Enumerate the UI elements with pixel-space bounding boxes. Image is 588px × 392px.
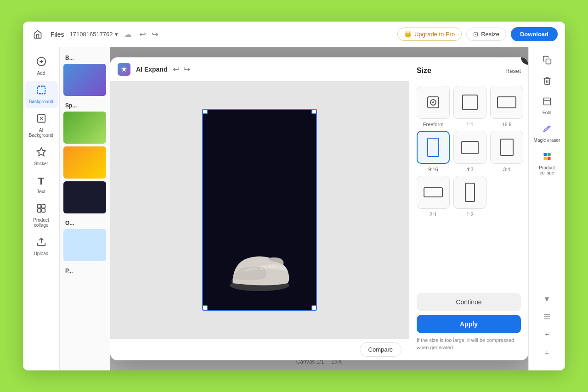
undo-button[interactable]: ↩: [137, 28, 148, 41]
ai-expand-modal: AI Expand ↩ ↪: [110, 57, 528, 360]
size-label-3-4: 3:4: [503, 167, 510, 172]
files-button[interactable]: Files: [51, 31, 64, 38]
16-9-icon: [497, 96, 516, 108]
modal-toolbar: AI Expand ↩ ↪: [110, 57, 409, 81]
modal-close-button[interactable]: ✕: [521, 57, 528, 65]
add-icon: [36, 56, 46, 69]
sidebar-item-ai-background[interactable]: AI Background: [25, 110, 58, 141]
right-panel-item-settings[interactable]: [531, 310, 563, 324]
size-option-freeform[interactable]: Freeform: [417, 86, 450, 127]
sidebar-item-upload[interactable]: Upload: [25, 233, 58, 260]
size-box-3-4[interactable]: [490, 131, 523, 164]
right-panel-item-product-collage[interactable]: Product collage: [531, 149, 563, 178]
cloud-icon: ☁: [124, 29, 132, 39]
size-title: Size: [417, 67, 431, 75]
modal-redo-button[interactable]: ↪: [183, 64, 190, 74]
chevron-down-icon: ▼: [543, 295, 551, 303]
right-panel-item-fold[interactable]: Fold: [531, 94, 563, 118]
home-button[interactable]: [30, 27, 45, 42]
text-icon: T: [38, 175, 44, 187]
ai-background-icon: [36, 113, 46, 126]
corner-handle-bl[interactable]: [202, 305, 208, 311]
9-16-icon: [427, 138, 439, 157]
thumbnail-1[interactable]: [63, 64, 106, 96]
reset-button[interactable]: Reset: [505, 67, 521, 74]
right-panel-item-copy[interactable]: [531, 53, 563, 70]
size-box-9-16[interactable]: [417, 131, 450, 164]
sidebar-item-sticker[interactable]: Sticker: [25, 143, 58, 170]
size-label-2-1: 2:1: [430, 212, 436, 217]
sidebar-item-collage-label: Product collage: [27, 218, 56, 228]
modal-undo-button[interactable]: ↩: [173, 64, 180, 74]
ai-expand-logo: [118, 63, 130, 76]
right-panel: Fold Magic eraser: [528, 47, 565, 370]
crown-icon: 👑: [404, 31, 412, 38]
corner-handle-tr[interactable]: [311, 109, 317, 114]
svg-rect-22: [547, 153, 550, 157]
size-option-1-1[interactable]: 1:1: [453, 86, 486, 127]
corner-handle-br[interactable]: [311, 305, 317, 311]
top-bar-right: 👑 Upgrade to Pro ⊡ Resize Download: [397, 27, 558, 41]
fold-icon: [543, 97, 552, 108]
size-box-16-9[interactable]: [490, 86, 523, 119]
apply-button[interactable]: Apply: [417, 315, 521, 333]
secondary-sidebar-subheader2: O...: [63, 216, 106, 229]
size-label-freeform: Freeform: [423, 122, 444, 127]
right-panel-item-add-bottom2[interactable]: +: [531, 346, 563, 361]
svg-rect-8: [41, 209, 45, 212]
modal-actions: Continue Apply If the size is too large,…: [417, 293, 521, 351]
sidebar-item-sticker-label: Sticker: [34, 161, 48, 166]
svg-rect-3: [37, 86, 45, 94]
2-1-icon: [424, 187, 443, 197]
plus-circle-icon: +: [544, 349, 549, 358]
thumbnail-4[interactable]: [63, 181, 106, 213]
size-label-9-16: 9:16: [428, 167, 438, 172]
sidebar-item-text[interactable]: T Text: [25, 172, 58, 198]
resize-button[interactable]: ⊡ Resize: [466, 28, 506, 41]
1-2-icon: [465, 183, 475, 202]
thumbnail-3[interactable]: [63, 146, 106, 179]
corner-handle-tl[interactable]: [202, 109, 208, 114]
size-option-16-9[interactable]: 16:9: [490, 86, 523, 127]
compare-button[interactable]: Compare: [360, 342, 401, 357]
secondary-sidebar-subheader3: P...: [63, 264, 106, 277]
size-option-9-16[interactable]: 9:16: [417, 131, 450, 172]
redo-button[interactable]: ↪: [150, 28, 160, 41]
size-option-1-2[interactable]: 1:2: [453, 176, 486, 217]
thumbnail-2[interactable]: [63, 112, 106, 144]
size-option-3-4[interactable]: 3:4: [490, 131, 523, 172]
size-box-freeform[interactable]: [417, 86, 450, 119]
modal-footer: Compare: [110, 338, 409, 360]
modal-canvas: [110, 81, 409, 338]
sidebar-item-ai-bg-label: AI Background: [27, 128, 56, 138]
right-panel-item-magic-eraser[interactable]: Magic eraser: [531, 122, 563, 146]
sidebar-item-product-collage[interactable]: Product collage: [25, 200, 58, 231]
top-bar-left: Files 1710816517762 ▾ ☁ ↩ ↪: [30, 27, 390, 42]
size-box-1-1[interactable]: [453, 86, 486, 119]
resize-icon: ⊡: [473, 31, 478, 38]
size-box-4-3[interactable]: [453, 131, 486, 164]
sidebar-item-upload-label: Upload: [34, 251, 49, 256]
sidebar-item-add[interactable]: Add: [25, 53, 58, 79]
size-box-1-2[interactable]: [453, 176, 486, 209]
size-grid: Freeform 1:1: [417, 86, 521, 217]
svg-rect-5: [37, 205, 40, 208]
settings-icon: [543, 313, 551, 321]
size-option-4-3[interactable]: 4:3: [453, 131, 486, 172]
app-window: Files 1710816517762 ▾ ☁ ↩ ↪ 👑 Upgrade to…: [23, 22, 565, 370]
freeform-icon: [425, 94, 441, 111]
sidebar-item-background[interactable]: Background: [25, 81, 58, 108]
download-button[interactable]: Download: [511, 27, 558, 41]
project-name[interactable]: 1710816517762 ▾: [70, 31, 118, 38]
right-panel-item-delete[interactable]: [531, 73, 563, 90]
size-box-2-1[interactable]: [417, 176, 450, 209]
right-panel-item-add-bottom[interactable]: +: [531, 327, 563, 342]
upgrade-button[interactable]: 👑 Upgrade to Pro: [397, 28, 462, 41]
continue-button[interactable]: Continue: [417, 293, 521, 311]
right-panel-item-chevron-down[interactable]: ▼: [531, 292, 563, 306]
svg-point-18: [432, 101, 434, 103]
sidebar-item-add-label: Add: [37, 71, 45, 76]
size-option-2-1[interactable]: 2:1: [417, 176, 450, 217]
thumbnail-5[interactable]: [63, 229, 106, 261]
upload-icon: [36, 237, 46, 249]
